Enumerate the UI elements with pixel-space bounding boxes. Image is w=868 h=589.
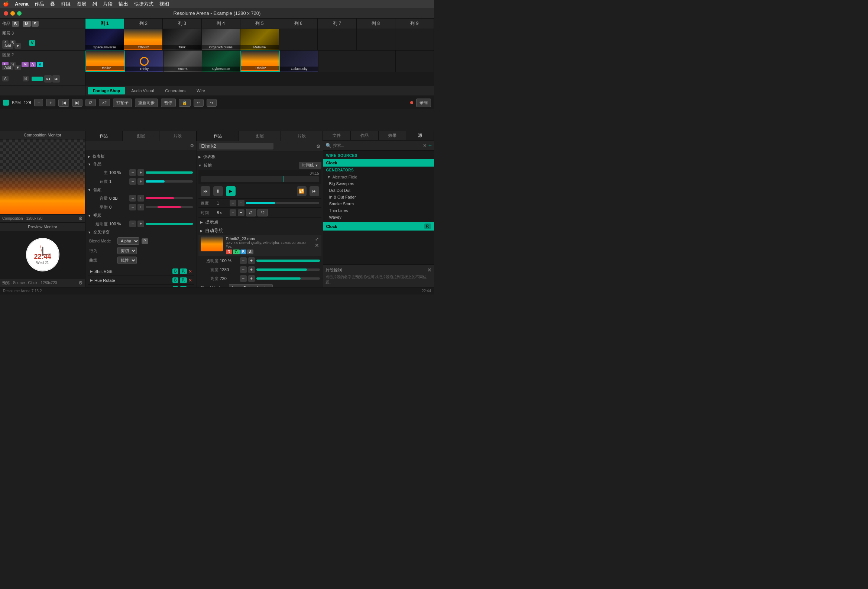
clip-l2-9[interactable] bbox=[396, 50, 434, 72]
nav-buttons[interactable]: ⏮ ⏭ bbox=[44, 75, 60, 83]
source-expand[interactable]: ⤢ bbox=[315, 237, 319, 242]
master-minus[interactable]: − bbox=[129, 169, 136, 176]
record-btn[interactable]: 录制 bbox=[416, 99, 431, 107]
comp-gear[interactable]: ⚙ bbox=[190, 143, 194, 148]
clip-l3-9[interactable] bbox=[396, 29, 434, 50]
col-header-1[interactable]: 列 1 bbox=[86, 19, 124, 29]
col-header-5[interactable]: 列 5 bbox=[241, 19, 279, 29]
smoke-storm-item[interactable]: Smoke Storm bbox=[323, 200, 434, 207]
blend-section[interactable]: ▼ 交叉渐变 bbox=[88, 228, 194, 236]
source-tab-footage[interactable]: Footage Shop bbox=[88, 87, 125, 95]
nav-next[interactable]: ⏭ bbox=[52, 75, 60, 83]
clip-dashboard-section[interactable]: ▶ 仪表板 bbox=[198, 153, 322, 161]
tap-btn[interactable]: 打拍子 bbox=[113, 99, 132, 107]
big-sweepers-item[interactable]: Big Sweepers bbox=[323, 181, 434, 187]
shift-rgb-p[interactable]: P. bbox=[180, 268, 186, 274]
playhead-track[interactable] bbox=[201, 176, 319, 182]
source-tab-wire[interactable]: Wire bbox=[191, 87, 210, 95]
menu-clip[interactable]: 片段 bbox=[103, 1, 112, 7]
opacity-plus[interactable]: + bbox=[137, 221, 144, 227]
clip-width-plus[interactable]: + bbox=[248, 266, 255, 273]
minimize-button[interactable] bbox=[10, 11, 15, 16]
clip-opacity-slider[interactable] bbox=[256, 259, 320, 262]
source-tab-audio[interactable]: Audio Visual bbox=[126, 87, 159, 95]
clip-tab-layer[interactable]: 图层 bbox=[239, 131, 281, 141]
maximize-button[interactable] bbox=[17, 11, 22, 16]
clip-width-minus[interactable]: − bbox=[240, 266, 247, 273]
source-tab-work[interactable]: 作品 bbox=[351, 131, 379, 140]
source-tab-source[interactable]: 源 bbox=[406, 131, 434, 140]
window-controls[interactable] bbox=[4, 11, 22, 16]
col-header-3[interactable]: 列 3 bbox=[163, 19, 201, 29]
clip-tab-work[interactable]: 作品 bbox=[197, 131, 239, 141]
tempo-minus[interactable]: − bbox=[34, 99, 43, 107]
clip-galactucity[interactable]: Galactucity bbox=[280, 50, 319, 72]
transmission-section[interactable]: ▼ 传输 时间线 ▼ bbox=[198, 161, 322, 170]
col-header-4[interactable]: 列 4 bbox=[202, 19, 241, 29]
btn-m-header[interactable]: M bbox=[23, 21, 31, 27]
clip-l2-8[interactable] bbox=[357, 50, 396, 72]
layer-2-add[interactable]: Add bbox=[2, 65, 13, 70]
blend-mode-select[interactable]: Alpha bbox=[117, 237, 139, 245]
rgb-a-btn[interactable]: A bbox=[247, 250, 253, 255]
clip-speed-slider[interactable] bbox=[246, 202, 319, 204]
layer-3-close[interactable]: ✕ bbox=[2, 31, 6, 36]
clip-time-plus[interactable]: + bbox=[238, 209, 245, 216]
clip-ethnik2-l2-1[interactable]: Ethnik2 bbox=[86, 50, 125, 72]
action-select[interactable]: 剪切 bbox=[117, 247, 137, 255]
clip-speed-plus[interactable]: + bbox=[238, 200, 245, 206]
clip-gear[interactable]: ⚙ bbox=[316, 144, 321, 149]
clip-organic[interactable]: OrganicMotions bbox=[202, 29, 241, 50]
menu-work[interactable]: 作品 bbox=[35, 1, 44, 7]
clip-mult2[interactable]: *2 bbox=[257, 209, 268, 216]
master-plus[interactable]: + bbox=[137, 169, 144, 176]
abstract-field-item[interactable]: ▼ Abstract Field bbox=[323, 174, 434, 181]
search-add-icon[interactable]: + bbox=[428, 142, 432, 149]
pb-play[interactable]: ▶ bbox=[226, 186, 236, 196]
clip-height-slider[interactable] bbox=[256, 277, 320, 280]
col-header-2[interactable]: 列 2 bbox=[124, 19, 163, 29]
pb-pause[interactable]: ⏸ bbox=[213, 186, 223, 196]
speed-plus[interactable]: + bbox=[137, 178, 144, 185]
opacity-slider[interactable] bbox=[146, 223, 193, 225]
clip-tab-clip[interactable]: 片段 bbox=[281, 131, 323, 141]
wavey-item[interactable]: Wavey bbox=[323, 214, 434, 221]
menu-view[interactable]: 视图 bbox=[159, 1, 169, 7]
apple-menu[interactable]: 🍎 bbox=[3, 1, 9, 7]
clip-l3-7[interactable] bbox=[318, 29, 356, 50]
rgb-b-btn[interactable]: B bbox=[241, 250, 247, 255]
layer-2-add-arrow[interactable]: ▼ bbox=[15, 65, 21, 70]
middle-tab-layer[interactable]: 图层 bbox=[123, 131, 160, 141]
btn-s-header[interactable]: S bbox=[32, 21, 38, 27]
search-clear-icon[interactable]: ✕ bbox=[423, 143, 427, 148]
source-tab-generators[interactable]: Generators bbox=[160, 87, 190, 95]
hint-section[interactable]: ▶ 提示点 bbox=[198, 218, 322, 226]
clip-width-slider[interactable] bbox=[256, 268, 320, 271]
tap-bar-start[interactable]: |◀ bbox=[58, 99, 69, 107]
menu-shortcuts[interactable]: 快捷方式 bbox=[134, 1, 154, 7]
hue-rotate-close[interactable]: ✕ bbox=[188, 278, 192, 283]
shift-rgb-close[interactable]: ✕ bbox=[188, 269, 192, 274]
volume-plus[interactable]: + bbox=[137, 195, 144, 201]
video-section[interactable]: ▼ 视频 bbox=[88, 212, 194, 219]
rgb-r-btn[interactable]: R bbox=[226, 250, 232, 255]
volume-slider[interactable] bbox=[146, 197, 193, 199]
curve-select[interactable]: 线性 bbox=[117, 257, 137, 264]
clip-speed-minus[interactable]: − bbox=[230, 200, 236, 206]
resync-btn[interactable]: 重新同步 bbox=[135, 99, 158, 107]
clip-spaceuniverse[interactable]: SpaceUniverse bbox=[86, 29, 124, 50]
source-tab-effect[interactable]: 效果 bbox=[379, 131, 406, 140]
in-out-fader-item[interactable]: In & Out Fader bbox=[323, 194, 434, 200]
source-close[interactable]: ✕ bbox=[315, 243, 319, 249]
layer-ab-a[interactable]: A bbox=[2, 76, 9, 81]
auto-nav-section[interactable]: ▶ 自动导航 bbox=[198, 226, 322, 235]
layer-3-v[interactable]: V bbox=[29, 40, 35, 46]
pause-btn[interactable]: 暂停 bbox=[161, 99, 176, 107]
menu-stack[interactable]: 叠 bbox=[50, 1, 55, 7]
layer-3-add[interactable]: Add bbox=[2, 43, 13, 49]
col-header-8[interactable]: 列 8 bbox=[357, 19, 396, 29]
source-search-input[interactable] bbox=[333, 143, 421, 148]
pb-loop[interactable]: 🔁 bbox=[297, 186, 307, 196]
pb-forward[interactable]: ⏭ bbox=[310, 186, 319, 196]
col-header-9[interactable]: 列 9 bbox=[396, 19, 434, 29]
